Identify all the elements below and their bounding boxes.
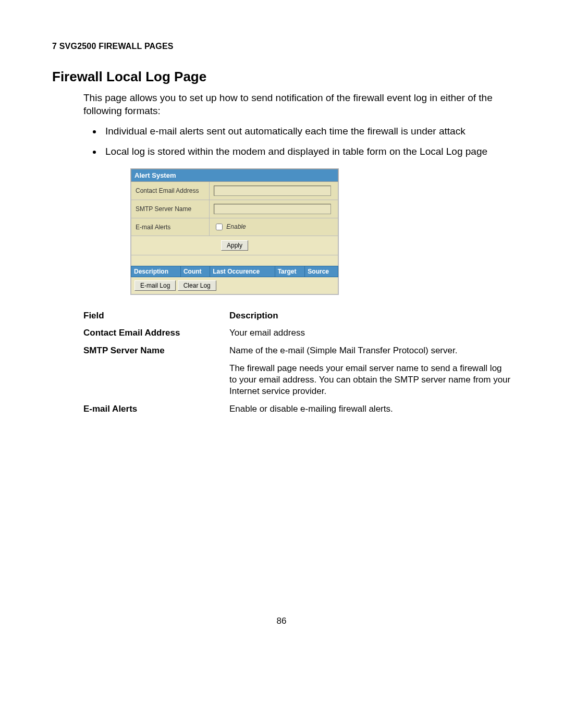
- email-log-button[interactable]: E-mail Log: [134, 280, 176, 291]
- log-col-last-occurence: Last Occurence: [210, 266, 275, 277]
- intro-paragraph: This page allows you to set up how to se…: [83, 91, 511, 117]
- log-col-target: Target: [275, 266, 305, 277]
- contact-email-input[interactable]: [214, 186, 331, 196]
- field-name: [83, 360, 229, 400]
- intro-bullet-list: Individual e-mail alerts sent out automa…: [83, 125, 511, 158]
- alert-system-header: Alert System: [131, 169, 338, 182]
- clear-log-button[interactable]: Clear Log: [178, 280, 216, 291]
- section-header: 7 SVG2500 FIREWALL PAGES: [52, 42, 511, 51]
- page-title: Firewall Local Log Page: [52, 69, 511, 85]
- field-description-table: Field Description Contact Email Address …: [83, 307, 511, 418]
- field-name: Contact Email Address: [83, 324, 229, 342]
- field-name: SMTP Server Name: [83, 342, 229, 360]
- field-desc: The firewall page needs your email serve…: [229, 360, 511, 400]
- smtp-server-label: SMTP Server Name: [131, 200, 210, 218]
- log-col-source: Source: [305, 266, 338, 277]
- enable-label: Enable: [226, 223, 246, 230]
- page-number: 86: [52, 616, 511, 626]
- contact-email-label: Contact Email Address: [131, 182, 210, 200]
- intro-bullet-2: Local log is stored within the modem and…: [102, 145, 511, 158]
- description-col-header: Description: [229, 307, 511, 324]
- intro-bullet-1: Individual e-mail alerts sent out automa…: [102, 125, 511, 138]
- email-alerts-checkbox[interactable]: [216, 224, 223, 230]
- field-name: E-mail Alerts: [83, 400, 229, 418]
- field-desc: Name of the e-mail (Simple Mail Transfer…: [229, 342, 511, 360]
- log-col-count: Count: [180, 266, 210, 277]
- alert-system-panel: Alert System Contact Email Address SMTP …: [130, 168, 339, 295]
- field-col-header: Field: [83, 307, 229, 324]
- apply-button[interactable]: Apply: [221, 240, 248, 251]
- smtp-server-input[interactable]: [214, 204, 331, 214]
- field-desc: Your email address: [229, 324, 511, 342]
- field-desc: Enable or disable e-mailing firewall ale…: [229, 400, 511, 418]
- log-col-description: Description: [131, 266, 181, 277]
- email-alerts-label: E-mail Alerts: [131, 218, 210, 236]
